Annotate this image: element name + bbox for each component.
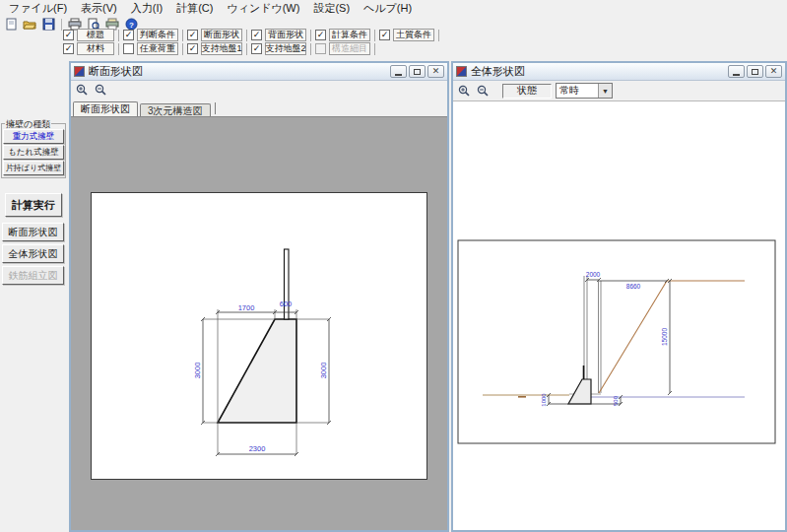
option-title[interactable]: 標題: [77, 29, 114, 41]
drawing-frame: [458, 240, 775, 443]
option-toolbar-row1: 標題 判断条件 断面形状 背面形状 計算条件 土質条件: [63, 29, 443, 41]
dim-berm-width: 2000: [586, 271, 601, 278]
menu-window[interactable]: ウィンドウ(W): [220, 0, 306, 17]
new-file-button[interactable]: [3, 18, 19, 32]
dimension-lines: [547, 278, 672, 406]
load-case-value: 常時: [559, 84, 579, 98]
overall-window-title: 全体形状図: [471, 64, 726, 79]
save-floppy-icon: [42, 18, 55, 31]
section-zoom-toolbar: [71, 81, 447, 100]
option-material[interactable]: 材料: [77, 42, 114, 55]
close-button[interactable]: ✕: [765, 65, 782, 78]
wall-plane-lines: [584, 276, 601, 393]
dim-slope-run: 8660: [626, 283, 641, 290]
menu-file[interactable]: ファイル(F): [2, 0, 74, 17]
status-label: 状態: [502, 84, 552, 99]
menu-input[interactable]: 入力(I): [124, 0, 169, 17]
run-calculation-button[interactable]: 計算実行: [5, 193, 62, 217]
dim-base-width: 2300: [249, 444, 266, 453]
zoom-in-icon: [458, 85, 471, 98]
checkbox-soil-conditions[interactable]: [379, 30, 390, 40]
option-judgement-conditions[interactable]: 判断条件: [137, 29, 178, 41]
overall-window-titlebar[interactable]: 全体形状図 ✕: [453, 63, 785, 81]
document-icon: [74, 66, 85, 77]
new-file-icon: [5, 18, 18, 31]
checkbox-structural-details: [315, 43, 326, 54]
dim-height-left: 3000: [193, 363, 202, 379]
tab-3d-structure[interactable]: 3次元構造図: [140, 103, 211, 116]
wall-type-cantilever-button[interactable]: 片持ばり式擁壁: [3, 161, 64, 175]
open-folder-icon: [23, 18, 36, 31]
dim-slope-height: 15000: [661, 328, 668, 346]
section-shape-view-button[interactable]: 断面形状図: [2, 223, 64, 241]
dim-front-depth: 500: [613, 395, 619, 406]
checkbox-bearing-ground1[interactable]: [187, 43, 198, 54]
section-canvas[interactable]: 1700 600 3000 3000 2300: [71, 116, 447, 530]
overall-shape-view-button[interactable]: 全体形状図: [2, 244, 64, 263]
zoom-out-button[interactable]: [94, 83, 108, 98]
option-section-shape[interactable]: 断面形状: [201, 29, 242, 41]
minimize-button[interactable]: [390, 65, 407, 78]
rebar-assembly-view-button: 鉄筋組立図: [2, 266, 64, 285]
zoom-out-button[interactable]: [476, 84, 491, 99]
ground-hatch-mark: [518, 396, 526, 398]
option-soil-conditions[interactable]: 土質条件: [393, 29, 434, 41]
overall-canvas[interactable]: 2000 8660 15000 1000 500: [453, 100, 785, 530]
tab-section-shape[interactable]: 断面形状図: [73, 101, 138, 116]
fence-pole: [285, 249, 290, 319]
dim-top-width: 1700: [238, 303, 255, 312]
option-structural-details: 構造細目: [329, 42, 370, 55]
minimize-button[interactable]: [728, 65, 745, 78]
checkbox-calc-conditions[interactable]: [315, 30, 326, 40]
zoom-in-button[interactable]: [75, 83, 90, 98]
option-arbitrary-load[interactable]: 任意荷重: [137, 42, 178, 55]
restore-button[interactable]: [409, 65, 426, 78]
dim-crest-width: 600: [280, 299, 293, 308]
wall-elevation-shape: [568, 379, 591, 404]
section-tabbar: 断面形状図 3次元構造図: [71, 100, 447, 116]
save-button[interactable]: [40, 18, 56, 32]
section-shape-window: 断面形状図 ✕ 断面形状図 3次元構造図: [69, 61, 449, 532]
toolbar-separator: [61, 19, 62, 31]
overall-shape-window: 全体形状図 ✕ 状態 常時 ▼: [451, 61, 787, 532]
option-bearing-ground1[interactable]: 支持地盤1: [201, 42, 242, 55]
zoom-in-icon: [76, 84, 89, 97]
wall-type-groupbox: 擁壁の種類 重力式擁壁 もたれ式擁壁 片持ばり式擁壁: [1, 123, 66, 178]
zoom-out-icon: [95, 84, 107, 97]
zoom-in-button[interactable]: [457, 84, 472, 99]
option-bearing-ground2[interactable]: 支持地盤2: [265, 42, 306, 55]
overall-toolbar: 状態 常時 ▼: [453, 81, 785, 100]
wall-type-leaning-button[interactable]: もたれ式擁壁: [3, 145, 64, 160]
option-toolbar-row2: 材料 任意荷重 支持地盤1 支持地盤2 構造細目: [63, 42, 379, 55]
overall-drawing: 2000 8660 15000 1000 500: [453, 101, 785, 530]
load-case-dropdown[interactable]: 常時 ▼: [556, 83, 613, 99]
option-back-shape[interactable]: 背面形状: [265, 29, 306, 41]
checkbox-section-shape[interactable]: [187, 30, 198, 40]
zoom-out-icon: [477, 85, 490, 98]
checkbox-bearing-ground2[interactable]: [251, 43, 262, 54]
menu-view[interactable]: 表示(V): [74, 0, 124, 17]
wall-type-gravity-button[interactable]: 重力式擁壁: [3, 129, 64, 144]
checkbox-material[interactable]: [63, 43, 74, 54]
menu-settings[interactable]: 設定(S): [306, 0, 357, 17]
dim-embed-depth: 1000: [541, 393, 547, 407]
menu-help[interactable]: ヘルプ(H): [357, 0, 419, 17]
dim-height-right: 3000: [319, 363, 328, 379]
restore-button[interactable]: [747, 65, 763, 78]
checkbox-title[interactable]: [63, 30, 74, 40]
wall-section-shape: [218, 319, 296, 423]
section-drawing: 1700 600 3000 3000 2300: [92, 193, 428, 481]
slope-line: [599, 281, 667, 393]
open-file-button[interactable]: [22, 18, 37, 32]
section-drawing-paper: 1700 600 3000 3000 2300: [91, 192, 427, 480]
menu-calc[interactable]: 計算(C): [169, 0, 220, 17]
section-window-titlebar[interactable]: 断面形状図 ✕: [71, 63, 447, 81]
checkbox-back-shape[interactable]: [251, 30, 262, 40]
document-icon: [456, 66, 467, 77]
chevron-down-icon[interactable]: ▼: [598, 84, 612, 98]
checkbox-arbitrary-load[interactable]: [123, 43, 134, 54]
sidebar: 擁壁の種類 重力式擁壁 もたれ式擁壁 片持ばり式擁壁 計算実行 断面形状図 全体…: [0, 57, 67, 532]
close-button[interactable]: ✕: [427, 65, 444, 78]
option-calc-conditions[interactable]: 計算条件: [329, 29, 370, 41]
checkbox-judgement-conditions[interactable]: [123, 30, 134, 40]
